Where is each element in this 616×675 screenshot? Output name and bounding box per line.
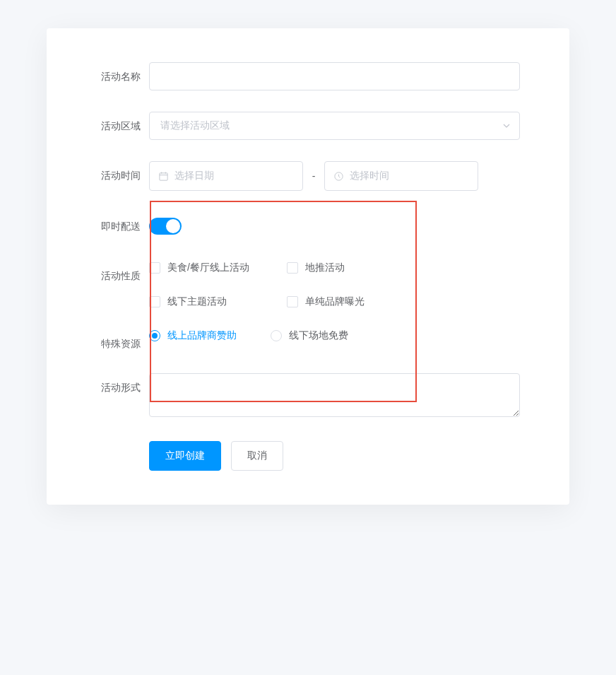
checkbox-box-icon <box>149 296 160 307</box>
name-input[interactable] <box>149 62 520 90</box>
checkbox-nature-0[interactable]: 美食/餐厅线上活动 <box>149 262 287 274</box>
checkbox-label: 地推活动 <box>305 262 345 274</box>
radio-circle-icon <box>271 330 282 341</box>
cancel-button[interactable]: 取消 <box>231 441 283 471</box>
submit-button[interactable]: 立即创建 <box>149 441 221 471</box>
region-placeholder: 请选择活动区域 <box>160 119 230 132</box>
checkbox-label: 单纯品牌曝光 <box>305 295 365 308</box>
row-time: 活动时间 选择日期 - <box>82 161 520 191</box>
switch-knob <box>166 219 180 233</box>
checkbox-nature-3[interactable]: 单纯品牌曝光 <box>287 295 520 308</box>
checkbox-nature-2[interactable]: 线下主题活动 <box>149 295 287 308</box>
label-name: 活动名称 <box>82 62 149 90</box>
label-time: 活动时间 <box>82 161 149 189</box>
checkbox-box-icon <box>149 262 160 274</box>
label-delivery: 即时配送 <box>82 212 149 240</box>
highlighted-region: 活动时间 选择日期 - <box>82 161 520 358</box>
date-picker[interactable]: 选择日期 <box>149 161 303 191</box>
row-name: 活动名称 <box>82 62 520 90</box>
label-resource: 特殊资源 <box>82 329 149 358</box>
row-form: 活动形式 <box>82 373 520 420</box>
row-nature: 活动性质 美食/餐厅线上活动 地推活动 线下主题活动 <box>82 262 520 308</box>
checkbox-box-icon <box>287 296 298 307</box>
datetime-separator: - <box>303 170 324 182</box>
chevron-down-icon <box>502 122 511 130</box>
label-region: 活动区域 <box>82 112 149 140</box>
row-delivery: 即时配送 <box>82 212 520 240</box>
radio-label: 线下场地免费 <box>289 329 348 342</box>
checkbox-box-icon <box>287 262 298 274</box>
clock-icon <box>333 171 344 182</box>
radio-resource-0[interactable]: 线上品牌商赞助 <box>149 329 237 342</box>
row-buttons: 立即创建 取消 <box>82 441 520 471</box>
row-region: 活动区域 请选择活动区域 <box>82 112 520 140</box>
label-nature: 活动性质 <box>82 262 149 290</box>
delivery-switch[interactable] <box>149 218 182 235</box>
region-select[interactable]: 请选择活动区域 <box>149 112 520 140</box>
checkbox-label: 线下主题活动 <box>167 295 227 308</box>
row-resource: 特殊资源 线上品牌商赞助 线下场地免费 <box>82 329 520 358</box>
calendar-icon <box>158 171 169 182</box>
svg-rect-0 <box>160 172 167 180</box>
form-textarea[interactable] <box>149 373 520 417</box>
radio-resource-1[interactable]: 线下场地免费 <box>271 329 348 342</box>
time-placeholder: 选择时间 <box>350 170 389 182</box>
time-picker[interactable]: 选择时间 <box>324 161 478 191</box>
form-card: 活动名称 活动区域 请选择活动区域 活动时间 <box>47 28 569 505</box>
date-placeholder: 选择日期 <box>174 170 214 182</box>
label-form: 活动形式 <box>82 373 149 401</box>
radio-circle-icon <box>149 330 160 341</box>
checkbox-nature-1[interactable]: 地推活动 <box>287 262 520 274</box>
radio-label: 线上品牌商赞助 <box>167 329 237 342</box>
checkbox-label: 美食/餐厅线上活动 <box>167 262 249 274</box>
